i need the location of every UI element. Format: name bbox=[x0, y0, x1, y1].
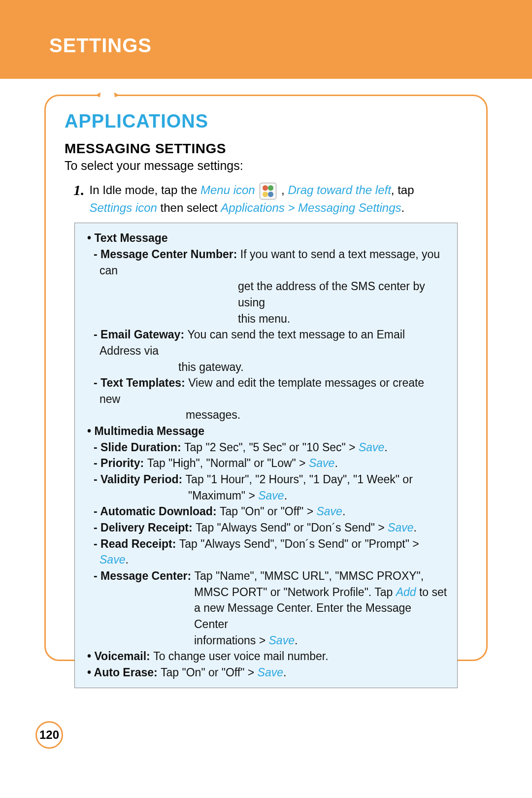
page-header-title: SETTINGS bbox=[49, 34, 532, 57]
dr-text: Tap "Always Send" or "Don´s Send" > bbox=[196, 521, 388, 534]
ae-line: • Auto Erase: Tap "On" or "Off" > Save. bbox=[85, 665, 447, 681]
mc-text4: informations > bbox=[194, 634, 269, 647]
drag-label: Drag toward the left bbox=[288, 183, 391, 197]
step-number: 1. bbox=[73, 182, 85, 198]
mc-label: - Message Center: bbox=[94, 569, 195, 582]
tt-label: - Text Templates: bbox=[94, 376, 188, 389]
sd-dot: . bbox=[384, 441, 387, 454]
step-mid1: , bbox=[278, 183, 288, 197]
step-end: . bbox=[401, 201, 405, 214]
tt-line: - Text Templates: View and edit the temp… bbox=[91, 375, 447, 407]
vp-line2: "Maximum" > Save. bbox=[85, 488, 447, 504]
step-mid2: , tap bbox=[391, 183, 414, 197]
mc-dot: . bbox=[295, 634, 298, 647]
ad-save: Save bbox=[316, 505, 342, 518]
rr-text: Tap "Always Send", "Don´s Send" or "Prom… bbox=[179, 537, 419, 550]
page-number: 120 bbox=[39, 728, 59, 742]
mc-save: Save bbox=[269, 634, 295, 647]
vp-text2: "Maximum" > bbox=[188, 489, 258, 502]
vp-label: - Validity Period: bbox=[94, 473, 186, 486]
mcn-line: - Message Center Number: If you want to … bbox=[91, 246, 447, 278]
step-pre: In Idle mode, tap the bbox=[90, 183, 200, 197]
ae-dot: . bbox=[283, 666, 286, 679]
pr-text: Tap "High", "Normal" or "Low" > bbox=[147, 457, 309, 469]
tt-text2: messages. bbox=[85, 407, 447, 423]
intro-text: To select your message settings: bbox=[65, 159, 467, 173]
rr-line: - Read Receipt: Tap "Always Send", "Don´… bbox=[91, 536, 447, 568]
ad-dot: . bbox=[342, 505, 345, 518]
dr-line: - Delivery Receipt: Tap "Always Send" or… bbox=[91, 520, 447, 536]
mc-add: Add bbox=[396, 586, 416, 598]
info-box: • Text Message - Message Center Number: … bbox=[74, 223, 458, 688]
dr-save: Save bbox=[388, 521, 413, 534]
mc-text2: MMSC PORT" or "Network Profile". Tap bbox=[194, 586, 396, 598]
ae-text: Tap "On" or "Off" > bbox=[161, 666, 258, 679]
sd-line: - Slide Duration: Tap "2 Sec", "5 Sec" o… bbox=[91, 439, 447, 456]
vp-text1: Tap "1 Hour", "2 Hours", "1 Day", "1 Wee… bbox=[186, 473, 413, 486]
pr-line: - Priority: Tap "High", "Normal" or "Low… bbox=[91, 455, 447, 471]
text-message-header: • Text Message bbox=[85, 230, 447, 246]
ad-text: Tap "On" or "Off" > bbox=[220, 505, 317, 518]
ad-label: - Automatic Download: bbox=[94, 505, 220, 518]
mc-line: - Message Center: Tap "Name", "MMSC URL"… bbox=[91, 568, 447, 584]
vp-save: Save bbox=[258, 489, 284, 502]
page-number-badge: 120 bbox=[35, 721, 63, 749]
rr-save: Save bbox=[100, 553, 125, 566]
content-frame: APPLICATIONS MESSAGING SETTINGS To selec… bbox=[44, 95, 488, 661]
pr-label: - Priority: bbox=[94, 457, 147, 469]
vm-line: • Voicemail: To change user voice mail n… bbox=[85, 648, 447, 665]
ae-save: Save bbox=[258, 666, 283, 679]
subsection-title: MESSAGING SETTINGS bbox=[65, 141, 467, 157]
rr-dot: . bbox=[125, 553, 128, 566]
mc-text1: Tap "Name", "MMSC URL", "MMSC PROXY", bbox=[195, 569, 424, 582]
mc-line2: MMSC PORT" or "Network Profile". Tap Add… bbox=[85, 584, 447, 600]
menu-icon-label: Menu icon bbox=[200, 183, 255, 197]
mcn-text3: this menu. bbox=[85, 311, 447, 327]
mm-header: • Multimedia Message bbox=[85, 423, 447, 439]
ad-line: - Automatic Download: Tap "On" or "Off" … bbox=[91, 503, 447, 520]
section-title: APPLICATIONS bbox=[65, 111, 467, 132]
vm-text: To change user voice mail number. bbox=[153, 650, 328, 663]
frame-notch bbox=[100, 95, 115, 100]
mcn-label: - Message Center Number: bbox=[94, 248, 240, 261]
pr-save: Save bbox=[309, 457, 334, 469]
vp-dot: . bbox=[284, 489, 287, 502]
rr-label: - Read Receipt: bbox=[94, 537, 179, 550]
ae-label: • Auto Erase: bbox=[87, 666, 161, 679]
dr-dot: . bbox=[414, 521, 417, 534]
header-bar: SETTINGS bbox=[0, 0, 532, 79]
step-1: 1. In Idle mode, tap the Menu icon , Dra… bbox=[73, 182, 467, 216]
dr-label: - Delivery Receipt: bbox=[94, 521, 196, 534]
eg-line: - Email Gateway: You can send the text m… bbox=[91, 327, 447, 359]
eg-label: - Email Gateway: bbox=[94, 328, 187, 341]
mc-text3: a new Message Center. Enter the Message … bbox=[85, 600, 447, 632]
sd-save: Save bbox=[359, 441, 384, 454]
step-text: In Idle mode, tap the Menu icon , Drag t… bbox=[90, 182, 414, 216]
vp-line: - Validity Period: Tap "1 Hour", "2 Hour… bbox=[91, 471, 447, 488]
pr-dot: . bbox=[334, 457, 337, 469]
mc-line4: informations > Save. bbox=[85, 632, 447, 649]
mcn-text2: get the address of the SMS center by usi… bbox=[85, 278, 447, 310]
settings-icon-label: Settings icon bbox=[90, 201, 157, 214]
vm-label: • Voicemail: bbox=[87, 650, 153, 663]
sd-text: Tap "2 Sec", "5 Sec" or "10 Sec" > bbox=[184, 441, 359, 454]
eg-text2: this gateway. bbox=[85, 359, 447, 375]
apps-grid-icon bbox=[260, 183, 276, 200]
mc-text2b: to set bbox=[416, 586, 447, 598]
nav-path: Applications > Messaging Settings bbox=[221, 201, 401, 214]
sd-label: - Slide Duration: bbox=[94, 441, 184, 454]
step-then: then select bbox=[157, 201, 221, 214]
